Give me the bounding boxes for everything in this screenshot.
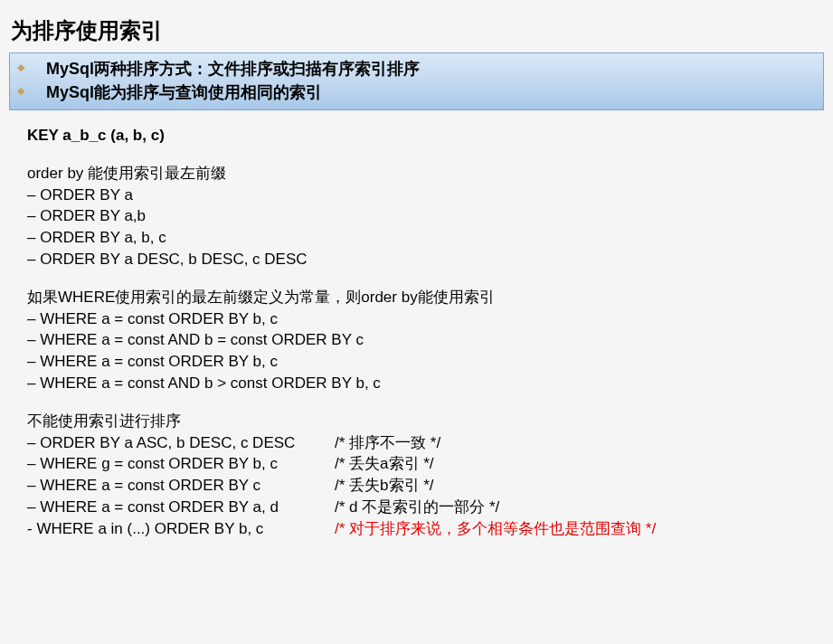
code-line: – WHERE a = const ORDER BY b, c (27, 351, 824, 373)
highlight-box: ◆ MySql两种排序方式：文件排序或扫描有序索引排序 ◆ MySql能为排序与… (9, 52, 824, 110)
code-left: – WHERE a = const ORDER BY c (27, 475, 335, 497)
key-definition: KEY a_b_c (a, b, c) (27, 125, 824, 147)
code-left: – ORDER BY a ASC, b DESC, c DESC (27, 432, 335, 454)
bullet-icon: ◆ (17, 58, 33, 73)
code-comment-red: /* 对于排序来说，多个相等条件也是范围查询 */ (335, 518, 656, 540)
bullet-icon: ◆ (17, 81, 33, 97)
code-line: – WHERE a = const AND b > const ORDER BY… (27, 373, 824, 394)
section-head-1: order by 能使用索引最左前缀 (27, 163, 824, 185)
code-comment: /* d 不是索引的一部分 */ (335, 497, 499, 518)
section-head-2: 如果WHERE使用索引的最左前缀定义为常量，则order by能使用索引 (27, 287, 824, 308)
bullet-item: ◆ MySql两种排序方式：文件排序或扫描有序索引排序 (17, 57, 816, 80)
code-line: – WHERE a = const ORDER BY b, c (27, 308, 824, 330)
code-left: – WHERE a = const ORDER BY a, d (27, 497, 335, 518)
code-comment: /* 丢失b索引 */ (335, 475, 434, 497)
code-comment: /* 排序不一致 */ (335, 432, 440, 454)
code-line: – WHERE a = const AND b = const ORDER BY… (27, 329, 824, 351)
code-comment: /* 丢失a索引 */ (335, 453, 434, 475)
code-line: – ORDER BY a,b (27, 205, 824, 227)
code-row: - WHERE a in (...) ORDER BY b, c /* 对于排序… (27, 518, 824, 540)
code-row: – WHERE a = const ORDER BY a, d /* d 不是索… (27, 497, 824, 518)
page-title: 为排序使用索引 (9, 16, 824, 45)
code-row: – WHERE g = const ORDER BY b, c /* 丢失a索引… (27, 453, 824, 475)
code-line: – ORDER BY a (27, 185, 824, 206)
code-row: – ORDER BY a ASC, b DESC, c DESC /* 排序不一… (27, 432, 824, 454)
section-head-3: 不能使用索引进行排序 (27, 411, 824, 432)
bullet-text: MySql能为排序与查询使用相同的索引 (33, 81, 322, 103)
code-row: – WHERE a = const ORDER BY c /* 丢失b索引 */ (27, 475, 824, 497)
code-left: - WHERE a in (...) ORDER BY b, c (27, 518, 335, 540)
bullet-item: ◆ MySql能为排序与查询使用相同的索引 (17, 80, 816, 104)
bullet-text: MySql两种排序方式：文件排序或扫描有序索引排序 (33, 58, 420, 80)
code-line: – ORDER BY a, b, c (27, 227, 824, 249)
content-body: KEY a_b_c (a, b, c) order by 能使用索引最左前缀 –… (9, 125, 824, 540)
code-line: – ORDER BY a DESC, b DESC, c DESC (27, 249, 824, 270)
code-left: – WHERE g = const ORDER BY b, c (27, 453, 335, 475)
